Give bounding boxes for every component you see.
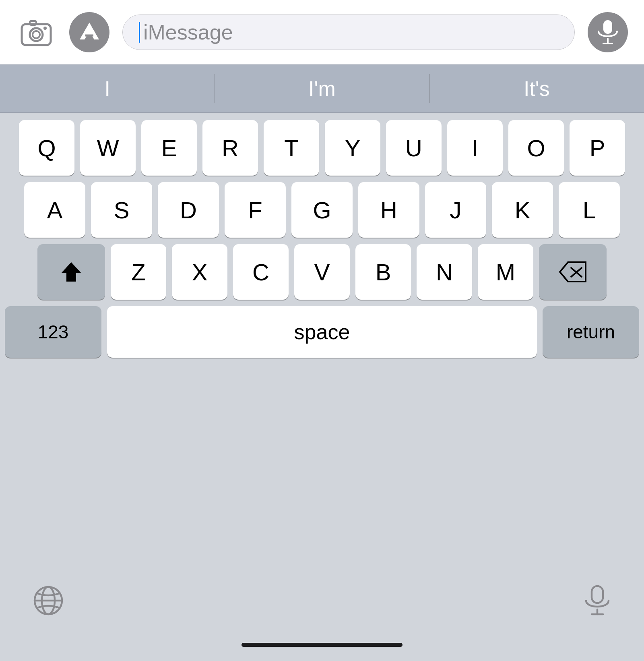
svg-rect-3 [30,21,36,25]
key-q[interactable]: Q [19,120,74,176]
shift-key[interactable] [37,244,105,300]
numbers-key[interactable]: 123 [5,306,101,358]
camera-icon[interactable] [16,12,56,52]
svg-point-1 [30,28,43,41]
autocomplete-item-3[interactable]: It's [429,64,644,112]
key-v[interactable]: V [294,244,350,300]
key-t[interactable]: T [264,120,319,176]
top-bar: iMessage [0,0,644,64]
autocomplete-item-2[interactable]: I'm [215,64,429,112]
key-d[interactable]: D [158,182,219,238]
home-indicator-bar [0,637,644,661]
key-p[interactable]: P [570,120,625,176]
key-a[interactable]: A [24,182,85,238]
key-l[interactable]: L [559,182,620,238]
return-key[interactable]: return [543,306,639,358]
autocomplete-item-1[interactable]: I [0,64,215,112]
bottom-mic-icon[interactable] [583,584,612,617]
autocomplete-bar: I I'm It's [0,64,644,113]
key-w[interactable]: W [80,120,136,176]
svg-marker-9 [62,262,81,282]
svg-point-2 [33,31,40,38]
key-i[interactable]: I [447,120,503,176]
globe-icon[interactable] [32,584,64,617]
backspace-key[interactable] [539,244,607,300]
mic-button[interactable] [588,12,628,52]
key-g[interactable]: G [291,182,353,238]
key-j[interactable]: J [425,182,486,238]
key-b[interactable]: B [355,244,411,300]
keyboard-row-2: A S D F G H J K L [5,182,639,238]
key-n[interactable]: N [417,244,472,300]
svg-rect-6 [603,20,612,34]
home-indicator [242,643,402,647]
key-s[interactable]: S [91,182,152,238]
key-y[interactable]: Y [325,120,380,176]
bottom-bar [0,564,644,637]
app-store-icon[interactable] [69,12,109,52]
key-f[interactable]: F [225,182,286,238]
keyboard: Q W E R T Y U I O P A S D F G H J K L Z … [0,113,644,564]
key-u[interactable]: U [386,120,442,176]
space-key[interactable]: space [107,306,537,358]
key-k[interactable]: K [492,182,553,238]
key-z[interactable]: Z [111,244,166,300]
key-e[interactable]: E [141,120,197,176]
key-c[interactable]: C [233,244,289,300]
key-r[interactable]: R [202,120,258,176]
keyboard-row-1: Q W E R T Y U I O P [5,120,639,176]
message-placeholder: iMessage [143,20,233,44]
key-m[interactable]: M [478,244,533,300]
key-x[interactable]: X [172,244,227,300]
keyboard-row-4: 123 space return [5,306,639,358]
key-o[interactable]: O [508,120,564,176]
svg-rect-15 [592,586,603,603]
text-cursor [139,22,140,43]
message-input[interactable]: iMessage [122,15,575,50]
svg-point-4 [43,27,47,30]
keyboard-row-3: Z X C V B N M [5,244,639,300]
key-h[interactable]: H [358,182,419,238]
